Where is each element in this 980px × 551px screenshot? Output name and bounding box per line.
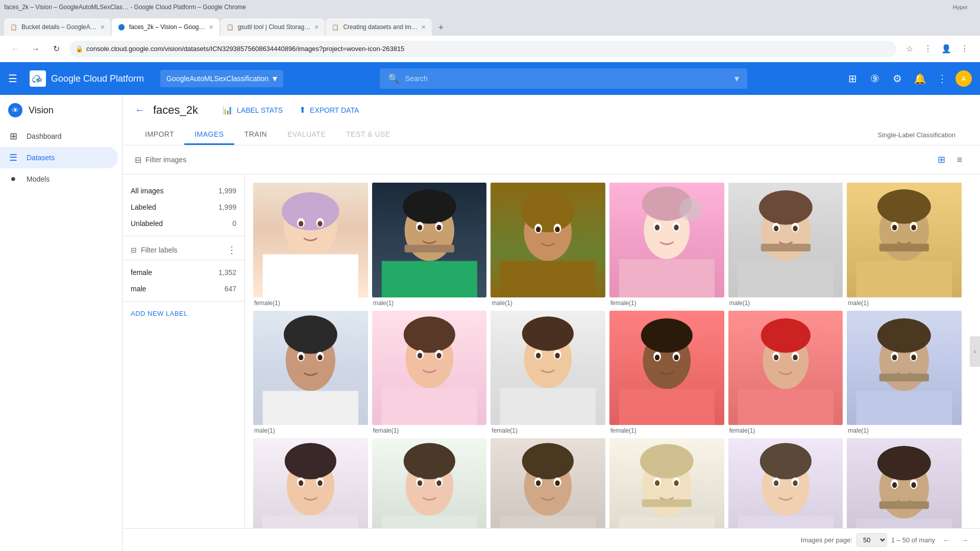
new-tab-button[interactable]: + <box>433 19 449 36</box>
bookmark-button[interactable]: ☆ <box>902 42 917 56</box>
tab-close-2[interactable]: × <box>209 23 213 31</box>
list-item[interactable]: male(1) <box>609 438 724 528</box>
reload-button[interactable]: ↻ <box>49 42 63 56</box>
hamburger-menu[interactable]: ☰ <box>8 72 17 85</box>
image-thumbnail[interactable] <box>491 438 605 528</box>
image-thumbnail[interactable] <box>728 438 843 528</box>
image-thumbnail[interactable] <box>609 438 724 528</box>
image-thumbnail[interactable] <box>372 311 487 425</box>
list-view-button[interactable]: ≡ <box>951 152 968 168</box>
list-item[interactable]: male(1) <box>847 183 962 307</box>
sidebar-item-dashboard[interactable]: ⊞ Dashboard <box>0 126 118 147</box>
labels-more-button[interactable]: ⋮ <box>227 244 236 256</box>
search-input[interactable] <box>405 74 728 83</box>
sidebar-service-header: 👁 Vision <box>0 103 122 126</box>
tab-images[interactable]: IMAGES <box>184 125 234 145</box>
svg-rect-98 <box>381 516 477 528</box>
svg-point-108 <box>536 481 541 486</box>
images-grid: female(1) <box>253 183 962 528</box>
export-data-button[interactable]: ⬆ EXPORT DATA <box>295 103 363 117</box>
male-category-stat[interactable]: male 647 <box>122 281 244 297</box>
forward-button[interactable]: → <box>29 42 43 56</box>
image-thumbnail[interactable] <box>609 183 724 297</box>
list-item[interactable]: female(1) <box>609 183 724 307</box>
face-svg <box>491 311 605 425</box>
browser-tab-1[interactable]: 📋 Bucket details – GoogleA… × <box>4 18 111 36</box>
avatar[interactable]: A <box>955 70 972 87</box>
pagination-prev-button[interactable]: ← <box>939 533 953 547</box>
image-thumbnail[interactable] <box>372 183 487 297</box>
image-thumbnail[interactable] <box>728 311 843 425</box>
browser-tab-4[interactable]: 📋 Creating datasets and im… × <box>326 18 432 36</box>
add-new-label-button[interactable]: ADD NEW LABEL <box>122 306 244 321</box>
tab-close-1[interactable]: × <box>101 23 105 31</box>
url-bar[interactable]: 🔒 console.cloud.google.com/vision/datase… <box>69 41 896 57</box>
tab-close-3[interactable]: × <box>314 23 318 31</box>
extensions-button[interactable]: ⋮ <box>921 42 935 56</box>
tab-close-4[interactable]: × <box>422 23 426 31</box>
all-images-stat[interactable]: All images 1,999 <box>122 183 244 199</box>
svg-point-8 <box>403 189 456 223</box>
image-thumbnail[interactable] <box>253 183 368 297</box>
image-thumbnail[interactable] <box>253 311 368 425</box>
image-label: male(1) <box>491 299 605 307</box>
project-selector[interactable]: GoogleAutoMLSexClassification ▾ <box>160 70 283 87</box>
image-thumbnail[interactable] <box>728 183 843 297</box>
grid-view-button[interactable]: ⊞ <box>933 152 949 168</box>
per-page-select[interactable]: 50 25 100 <box>856 533 887 547</box>
image-thumbnail[interactable] <box>491 311 605 425</box>
labeled-stat[interactable]: Labeled 1,999 <box>122 199 244 215</box>
back-button[interactable]: ← <box>8 42 22 56</box>
notifications-icon[interactable]: 🔔 <box>911 69 929 88</box>
list-item[interactable]: male(1) <box>253 311 368 435</box>
list-item[interactable]: female(1) <box>609 311 724 435</box>
more-options-button[interactable]: ⋮ <box>958 42 972 56</box>
svg-point-47 <box>284 315 337 354</box>
filter-labels-button[interactable]: ⊟ Filter labels <box>131 246 178 254</box>
list-item[interactable]: female(1) <box>491 438 605 528</box>
pagination-label: Images per page: <box>801 536 852 544</box>
list-item[interactable]: female(1) <box>372 438 487 528</box>
svg-point-102 <box>436 481 441 486</box>
tab-import[interactable]: IMPORT <box>135 125 184 145</box>
filter-images-button[interactable]: ⊟ Filter images <box>135 155 186 165</box>
more-icon[interactable]: ⋮ <box>933 69 951 88</box>
unlabeled-stat[interactable]: Unlabeled 0 <box>122 215 244 232</box>
tab-train[interactable]: TRAIN <box>234 125 278 145</box>
browser-tab-3[interactable]: 📋 gsutil tool | Cloud Storag… × <box>220 18 325 36</box>
image-thumbnail[interactable] <box>847 311 962 425</box>
image-thumbnail[interactable] <box>847 438 962 528</box>
list-item[interactable]: male(1) <box>372 183 487 307</box>
apps-grid-icon[interactable]: ⊞ <box>843 69 862 88</box>
search-dropdown-icon[interactable]: ▾ <box>734 73 739 84</box>
list-item[interactable]: male(1) <box>847 438 962 528</box>
collapse-panel-button[interactable]: ‹ <box>970 336 980 367</box>
sidebar-item-models[interactable]: ● Models <box>0 168 118 189</box>
svg-point-68 <box>641 318 693 353</box>
list-item[interactable]: male(1) <box>847 311 962 435</box>
image-thumbnail[interactable] <box>847 183 962 297</box>
profile-button[interactable]: 👤 <box>939 42 953 56</box>
back-to-datasets-button[interactable]: ← <box>135 104 145 116</box>
list-item[interactable]: male(1) <box>728 183 843 307</box>
image-thumbnail[interactable] <box>372 438 487 528</box>
settings-icon[interactable]: ⚙ <box>888 69 906 88</box>
label-stats-button[interactable]: 📊 LABEL STATS <box>218 103 287 117</box>
list-item[interactable]: female(1) <box>728 438 843 528</box>
export-data-label: EXPORT DATA <box>310 106 359 114</box>
list-item[interactable]: male(1) <box>491 183 605 307</box>
image-thumbnail[interactable] <box>253 438 368 528</box>
image-thumbnail[interactable] <box>491 183 605 297</box>
list-item[interactable]: female(1) <box>728 311 843 435</box>
female-category-stat[interactable]: female 1,352 <box>122 264 244 281</box>
list-item[interactable]: female(1) <box>491 311 605 435</box>
list-item[interactable]: female(1) <box>253 183 368 307</box>
support-icon[interactable]: ⑨ <box>866 69 884 88</box>
female-label: female <box>131 268 152 277</box>
sidebar-item-datasets[interactable]: ☰ Datasets <box>0 147 118 168</box>
list-item[interactable]: female(1) <box>372 311 487 435</box>
pagination-next-button[interactable]: → <box>958 533 972 547</box>
image-thumbnail[interactable] <box>609 311 724 425</box>
list-item[interactable]: female(1) <box>253 438 368 528</box>
browser-tab-2[interactable]: 🔵 faces_2k – Vision – Goog… × <box>112 18 219 36</box>
